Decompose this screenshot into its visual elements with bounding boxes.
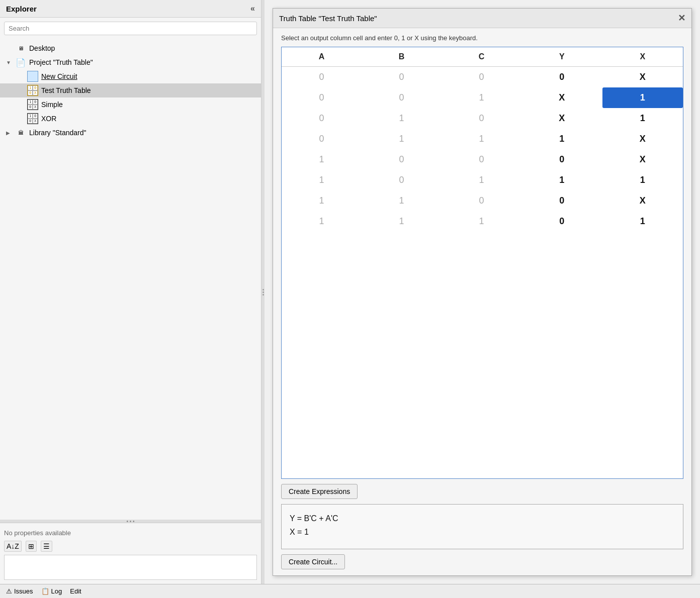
table-row[interactable]: 1100X: [282, 190, 683, 211]
cell-row3-y[interactable]: 1: [521, 129, 602, 149]
cell-row1-a: 0: [282, 87, 362, 108]
properties-toolbar: A↓Z ⊞ ☰: [4, 541, 257, 552]
cell-row1-c: 1: [442, 87, 521, 108]
cell-row5-y[interactable]: 1: [521, 170, 602, 190]
cell-row6-b: 1: [362, 190, 442, 211]
actions-row: Create Expressions: [281, 484, 683, 499]
no-properties-label: No properties available: [4, 527, 257, 541]
truth-table-dialog: Truth Table "Test Truth Table" ✕ Select …: [273, 8, 692, 576]
log-status[interactable]: 📋 Log: [41, 587, 62, 595]
log-label: Log: [51, 587, 62, 595]
cell-row4-y[interactable]: 0: [521, 149, 602, 170]
cell-row3-x[interactable]: X: [602, 129, 683, 149]
sidebar-label-test-truth-table: Test Truth Table: [41, 86, 91, 94]
cell-row0-a: 0: [282, 67, 362, 88]
cell-row7-y[interactable]: 0: [521, 211, 602, 232]
expressions-box: Y = B'C + A'C X = 1: [281, 504, 683, 549]
table-header-row: A B C Y X: [282, 47, 683, 67]
cell-row7-b: 1: [362, 211, 442, 232]
cell-row7-x[interactable]: 1: [602, 211, 683, 232]
properties-area: [4, 555, 257, 580]
truth-table-container: A B C Y X 0000X001X1010X10111X1000X10111…: [281, 47, 683, 479]
table-row[interactable]: 10111: [282, 170, 683, 190]
truth-table: A B C Y X 0000X001X1010X10111X1000X10111…: [282, 47, 683, 232]
cell-row0-x[interactable]: X: [602, 67, 683, 88]
cell-row7-c: 1: [442, 211, 521, 232]
cell-row4-x[interactable]: X: [602, 149, 683, 170]
sidebar-title: Explorer: [6, 5, 37, 13]
table-row[interactable]: 11101: [282, 211, 683, 232]
truth-table-yellow-icon: 10 0X: [27, 85, 38, 96]
sidebar-item-xor[interactable]: 10 0X XOR: [0, 112, 261, 126]
create-circuit-button[interactable]: Create Circuit...: [281, 554, 345, 569]
sidebar-label-new-circuit: New Circuit: [41, 72, 77, 80]
create-circuit-row: Create Circuit...: [281, 554, 683, 569]
log-icon: 📋: [41, 587, 49, 595]
sidebar-label-project: Project "Truth Table": [29, 58, 93, 66]
cell-row1-y[interactable]: X: [521, 87, 602, 108]
sort-alpha-button[interactable]: A↓Z: [4, 541, 22, 552]
sidebar-item-simple[interactable]: 10 0X Simple: [0, 97, 261, 112]
col-header-y: Y: [521, 47, 602, 67]
cell-row3-a: 0: [282, 129, 362, 149]
truth-table-xor-icon: 10 0X: [27, 113, 38, 124]
cell-row0-y[interactable]: 0: [521, 67, 602, 88]
cell-row1-x[interactable]: 1: [602, 87, 683, 108]
table-row[interactable]: 1000X: [282, 149, 683, 170]
cell-row5-a: 1: [282, 170, 362, 190]
sidebar-item-new-circuit[interactable]: New Circuit: [0, 69, 261, 83]
library-icon: 🏛: [15, 127, 26, 138]
sidebar-item-test-truth-table[interactable]: 10 0X Test Truth Table: [0, 83, 261, 97]
table-row[interactable]: 0111X: [282, 129, 683, 149]
col-header-a: A: [282, 47, 362, 67]
issues-status[interactable]: ⚠ Issues: [6, 587, 33, 595]
create-expressions-button[interactable]: Create Expressions: [281, 484, 358, 499]
edit-label: Edit: [70, 587, 81, 595]
dialog-body: Select an output column cell and enter 0…: [273, 28, 691, 575]
cell-row3-c: 1: [442, 129, 521, 149]
sidebar-item-library[interactable]: ▶ 🏛 Library "Standard": [0, 126, 261, 140]
search-input[interactable]: [4, 22, 257, 35]
cell-row5-x[interactable]: 1: [602, 170, 683, 190]
sidebar-item-project[interactable]: ▼ 📄 Project "Truth Table": [0, 55, 261, 69]
cell-row7-a: 1: [282, 211, 362, 232]
sidebar-item-desktop[interactable]: 🖥 Desktop: [0, 41, 261, 55]
cell-row2-b: 1: [362, 108, 442, 129]
cell-row2-y[interactable]: X: [521, 108, 602, 129]
dialog-close-button[interactable]: ✕: [678, 13, 685, 24]
cell-row6-c: 0: [442, 190, 521, 211]
warning-icon: ⚠: [6, 587, 12, 595]
project-icon: 📄: [15, 57, 26, 68]
sidebar-label-xor: XOR: [41, 115, 56, 123]
cell-row4-a: 1: [282, 149, 362, 170]
expression-y: Y = B'C + A'C: [290, 512, 675, 525]
cell-row5-c: 1: [442, 170, 521, 190]
sidebar-bottom: No properties available A↓Z ⊞ ☰: [0, 523, 261, 584]
main-area: Truth Table "Test Truth Table" ✕ Select …: [265, 0, 700, 584]
cell-row2-x[interactable]: 1: [602, 108, 683, 129]
cell-row2-a: 0: [282, 108, 362, 129]
resize-dot-3: [262, 294, 264, 295]
sidebar-label-desktop: Desktop: [29, 44, 55, 52]
cell-row6-x[interactable]: X: [602, 190, 683, 211]
table-row[interactable]: 010X1: [282, 108, 683, 129]
cell-row6-y[interactable]: 0: [521, 190, 602, 211]
resize-dot-1: [262, 289, 264, 290]
new-circuit-icon: [27, 71, 38, 82]
list-view-button[interactable]: ☰: [41, 541, 52, 552]
cell-row4-c: 0: [442, 149, 521, 170]
table-row[interactable]: 001X1: [282, 87, 683, 108]
dialog-title: Truth Table "Test Truth Table": [279, 14, 377, 23]
sidebar-header: Explorer «: [0, 0, 261, 18]
grid-view-button[interactable]: ⊞: [26, 541, 37, 552]
dialog-header: Truth Table "Test Truth Table" ✕: [273, 9, 691, 28]
dialog-hint: Select an output column cell and enter 0…: [281, 34, 683, 42]
col-header-c: C: [442, 47, 521, 67]
expression-x: X = 1: [290, 525, 675, 539]
table-row[interactable]: 0000X: [282, 67, 683, 88]
tree-arrow-project: ▼: [6, 60, 12, 65]
sidebar-label-library: Library "Standard": [29, 129, 86, 137]
col-header-b: B: [362, 47, 442, 67]
cell-row2-c: 0: [442, 108, 521, 129]
collapse-button[interactable]: «: [250, 4, 255, 13]
